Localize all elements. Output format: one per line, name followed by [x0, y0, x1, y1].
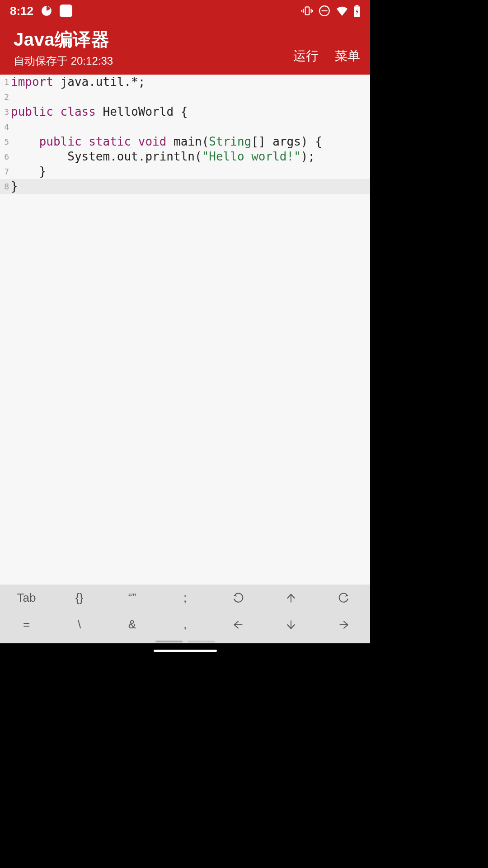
- app-title: Java编译器: [14, 27, 113, 52]
- insert--button[interactable]: =: [0, 611, 53, 638]
- line-number: 4: [0, 119, 11, 134]
- app-header: Java编译器 自动保存于 20:12:33 运行 菜单: [0, 22, 370, 75]
- undo-icon[interactable]: [211, 585, 264, 611]
- toolbar-page-indicator: [0, 638, 370, 643]
- line-number: 2: [0, 90, 11, 104]
- code-line[interactable]: 8}: [0, 179, 370, 194]
- code-line[interactable]: 2: [0, 90, 370, 104]
- arrow-up-icon[interactable]: [264, 585, 317, 611]
- page-dot-active: [155, 641, 183, 642]
- run-button[interactable]: 运行: [293, 47, 319, 65]
- code-line[interactable]: 1import java.util.*;: [0, 75, 370, 90]
- redo-icon[interactable]: [317, 585, 370, 611]
- code-editor[interactable]: 1import java.util.*;23public class Hello…: [0, 75, 370, 585]
- code-content: }: [11, 179, 370, 194]
- code-line[interactable]: 5 public static void main(String[] args)…: [0, 134, 370, 149]
- symbol-toolbar: Tab{}“”;=\&,: [0, 585, 370, 643]
- status-app-icon: [60, 5, 72, 17]
- code-content: public class HelloWorld {: [11, 104, 370, 119]
- arrow-down-icon[interactable]: [264, 611, 317, 638]
- line-number: 1: [0, 75, 11, 90]
- autosave-status: 自动保存于 20:12:33: [14, 54, 113, 68]
- code-line[interactable]: 4: [0, 119, 370, 134]
- nav-bar: [0, 643, 370, 658]
- code-line[interactable]: 6 System.out.println("Hello world!");: [0, 149, 370, 164]
- insert--button[interactable]: “”: [106, 585, 159, 611]
- vibrate-icon: [301, 5, 313, 17]
- wifi-icon: [336, 6, 348, 16]
- line-number: 6: [0, 149, 11, 164]
- insert--button[interactable]: \: [53, 611, 106, 638]
- page-dot-inactive: [188, 641, 215, 642]
- home-indicator[interactable]: [154, 650, 217, 652]
- insert--button[interactable]: &: [106, 611, 159, 638]
- insert--button[interactable]: {}: [53, 585, 106, 611]
- code-content: System.out.println("Hello world!");: [11, 149, 370, 164]
- insert--button[interactable]: ,: [159, 611, 211, 638]
- code-line[interactable]: 3public class HelloWorld {: [0, 104, 370, 119]
- menu-button[interactable]: 菜单: [335, 47, 360, 65]
- arrow-right-icon[interactable]: [317, 611, 370, 638]
- battery-icon: [354, 5, 360, 17]
- line-number: 5: [0, 134, 11, 149]
- code-content: }: [11, 164, 370, 179]
- insert--button[interactable]: ;: [159, 585, 211, 611]
- code-line[interactable]: 7 }: [0, 164, 370, 179]
- status-bar: 8:12: [0, 0, 370, 22]
- line-number: 3: [0, 104, 11, 119]
- code-content: [11, 90, 370, 104]
- status-notif-icon: [41, 5, 52, 17]
- svg-rect-1: [305, 7, 310, 14]
- code-content: [11, 119, 370, 134]
- code-content: public static void main(String[] args) {: [11, 134, 370, 149]
- line-number: 8: [0, 179, 11, 194]
- dnd-icon: [319, 5, 330, 17]
- code-content: import java.util.*;: [11, 75, 370, 90]
- line-number: 7: [0, 164, 11, 179]
- status-time: 8:12: [10, 4, 33, 18]
- svg-rect-9: [356, 5, 359, 6]
- insert-tab-button[interactable]: Tab: [0, 585, 53, 611]
- arrow-left-icon[interactable]: [211, 611, 264, 638]
